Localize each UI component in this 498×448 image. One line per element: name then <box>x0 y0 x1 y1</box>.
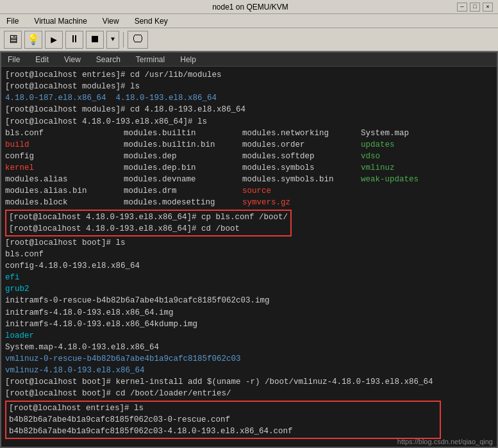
terminal-menubar: File Edit View Search Terminal Help <box>1 53 497 67</box>
dropdown-arrow[interactable]: ▼ <box>106 31 119 49</box>
term-menu-search[interactable]: Search <box>92 54 124 65</box>
ls-line-4: kernelmodules.dep.binmodules.symbolsvmli… <box>5 162 493 174</box>
line-4: [root@localhost modules]# cd 4.18.0-193.… <box>5 104 493 115</box>
terminal-window: File Edit View Search Terminal Help [roo… <box>0 51 498 448</box>
boot-file-4: grub2 <box>5 283 493 295</box>
boot-file-6: initramfs-4.18.0-193.el8.x86_64.img <box>5 307 493 319</box>
boot-file-2: config-4.18.0-193.el8.x86_64 <box>5 260 493 272</box>
terminal-content[interactable]: [root@localhost entries]# cd /usr/lib/mo… <box>1 67 497 447</box>
stop-button[interactable]: ⏹ <box>86 31 104 49</box>
redbox2-line2: b4b82b6a7abe4b1a9cafc8185f062c03-0-rescu… <box>9 414 437 426</box>
minimize-button[interactable]: — <box>457 3 467 12</box>
maximize-button[interactable]: □ <box>470 3 480 12</box>
ls-line-1: bls.confmodules.builtinmodules.networkin… <box>5 128 493 139</box>
toolbar: 🖥 💡 ▶ ⏸ ⏹ ▼ 🖵 <box>0 28 498 51</box>
boot-file-1: bls.conf <box>5 249 493 260</box>
pause-button[interactable]: ⏸ <box>65 31 83 49</box>
kernel-install-cmd: [root@localhost boot]# kernel-install ad… <box>5 376 493 388</box>
title-bar: node1 on QEMU/KVM — □ ✕ <box>0 0 498 14</box>
toolbar-separator <box>123 32 124 47</box>
line-boot-ls: [root@localhost boot]# ls <box>5 237 493 249</box>
ls-line-3: configmodules.depmodules.softdepvdso <box>5 151 493 162</box>
boot-file-3: efi <box>5 272 493 283</box>
boot-file-9: System.map-4.18.0-193.el8.x86_64 <box>5 342 493 353</box>
outer-menu-file[interactable]: File <box>3 15 22 27</box>
outer-menu-sendkey[interactable]: Send Key <box>131 15 172 27</box>
redbox2-line1: [root@localhost entries]# ls <box>9 402 437 414</box>
redbox1-line1: [root@localhost 4.18.0-193.el8.x86_64]# … <box>9 212 288 223</box>
boot-file-10: vmlinuz-0-rescue-b4b82b6a7abe4b1a9cafc81… <box>5 353 493 365</box>
ls-line-2: buildmodules.builtin.binmodules.orderupd… <box>5 139 493 151</box>
term-menu-help[interactable]: Help <box>176 54 200 65</box>
line-1: [root@localhost entries]# cd /usr/lib/mo… <box>5 69 493 81</box>
term-menu-terminal[interactable]: Terminal <box>132 54 169 65</box>
window-title: node1 on QEMU/KVM <box>44 3 457 12</box>
boot-file-5: initramfs-0-rescue-b4b82b6a7abe4b1a9cafc… <box>5 295 493 306</box>
close-button[interactable]: ✕ <box>483 3 493 12</box>
ls-line-5: modules.aliasmodules.devnamemodules.symb… <box>5 174 493 185</box>
line-3: 4.18.0-187.el8.x86_64 4.18.0-193.el8.x86… <box>5 92 493 104</box>
term-menu-view[interactable]: View <box>60 54 85 65</box>
cd-entries-cmd: [root@localhost boot]# cd /boot/loader/e… <box>5 388 493 399</box>
watermark: https://blog.csdn.net/qiao_qing <box>397 438 493 445</box>
red-box-1: [root@localhost 4.18.0-193.el8.x86_64]# … <box>5 210 292 236</box>
term-menu-file[interactable]: File <box>4 54 24 65</box>
line-5: [root@localhost 4.18.0-193.el8.x86_64]# … <box>5 116 493 128</box>
outer-menu-vm[interactable]: Virtual Machine <box>30 15 91 27</box>
red-box-2: [root@localhost entries]# ls b4b82b6a7ab… <box>5 401 441 439</box>
ls-line-6: modules.alias.binmodules.drmsource <box>5 185 493 197</box>
boot-file-8: loader <box>5 330 493 342</box>
save-button[interactable]: 💡 <box>24 31 42 49</box>
fullscreen-button[interactable]: 🖵 <box>128 31 148 49</box>
ls-line-7: modules.blockmodules.modesettingsymvers.… <box>5 197 493 208</box>
line-2: [root@localhost modules]# ls <box>5 81 493 92</box>
outer-menu-view[interactable]: View <box>99 15 123 27</box>
power-button[interactable]: 🖥 <box>4 31 22 49</box>
boot-file-11: vmlinuz-4.18.0-193.el8.x86_64 <box>5 365 493 376</box>
term-menu-edit[interactable]: Edit <box>31 54 53 65</box>
redbox1-line2: [root@localhost 4.18.0-193.el8.x86_64]# … <box>9 223 288 235</box>
outer-menubar: File Virtual Machine View Send Key <box>0 14 498 28</box>
window-controls[interactable]: — □ ✕ <box>457 3 493 12</box>
run-button[interactable]: ▶ <box>45 31 63 49</box>
redbox2-line3: b4b82b6a7abe4b1a9cafc8185f062c03-4.18.0-… <box>9 426 437 437</box>
boot-file-7: initramfs-4.18.0-193.el8.x86_64kdump.img <box>5 319 493 330</box>
